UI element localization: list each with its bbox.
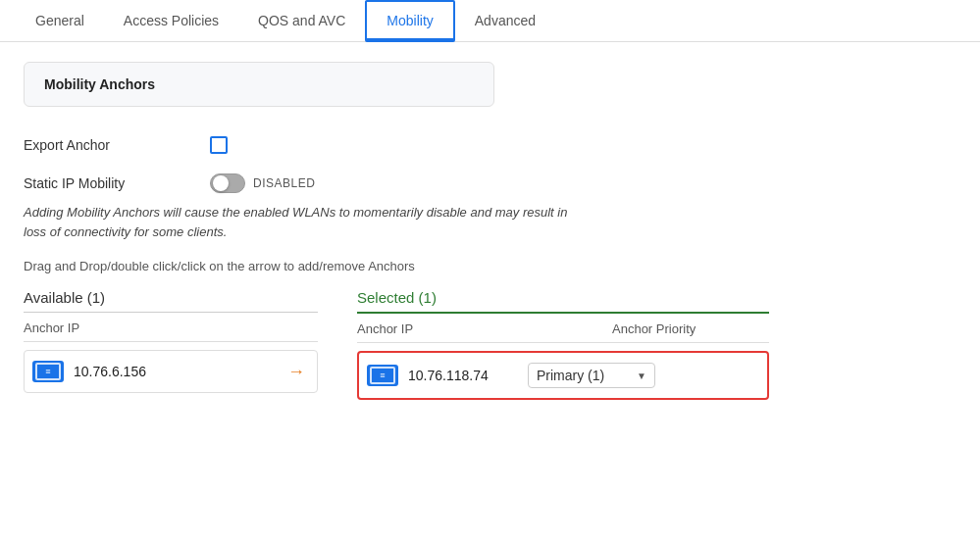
main-content: Mobility Anchors Export Anchor Static IP… [0, 42, 980, 420]
priority-value: Primary (1) [537, 368, 604, 383]
available-subheader: Anchor IP [24, 313, 318, 342]
anchor-columns: Available (1) Anchor IP 10.76.6.156 → Se… [24, 289, 956, 400]
tab-bar: General Access Policies QOS and AVC Mobi… [0, 0, 980, 42]
available-anchor-ip: 10.76.6.156 [74, 364, 284, 379]
available-column: Available (1) Anchor IP 10.76.6.156 → [24, 289, 318, 393]
static-ip-toggle[interactable] [210, 173, 245, 193]
dropdown-arrow-icon: ▼ [637, 370, 646, 381]
export-anchor-row: Export Anchor [24, 126, 956, 164]
static-ip-mobility-label: Static IP Mobility [24, 175, 181, 191]
selected-column: Selected (1) Anchor IP Anchor Priority 1… [357, 289, 769, 400]
selected-header: Selected (1) [357, 289, 769, 314]
tab-general[interactable]: General [16, 0, 104, 42]
hint-text: Drag and Drop/double click/click on the … [24, 259, 956, 273]
tab-qos-avc[interactable]: QOS and AVC [238, 0, 365, 42]
warning-text: Adding Mobility Anchors will cause the e… [24, 203, 573, 241]
selected-subheader: Anchor IP Anchor Priority [357, 314, 769, 343]
selected-row-content: 10.76.118.74 Primary (1) ▼ [408, 363, 655, 388]
static-ip-mobility-row: Static IP Mobility DISABLED [24, 164, 956, 203]
priority-dropdown[interactable]: Primary (1) ▼ [528, 363, 655, 388]
mobility-anchors-section: Mobility Anchors [24, 62, 494, 107]
tab-advanced[interactable]: Advanced [455, 0, 555, 42]
selected-col-priority: Anchor Priority [612, 321, 769, 336]
available-anchor-row[interactable]: 10.76.6.156 → [24, 350, 318, 393]
available-col-ip: Anchor IP [24, 321, 318, 335]
export-anchor-checkbox[interactable] [210, 136, 228, 154]
toggle-knob [213, 175, 229, 191]
add-anchor-arrow[interactable]: → [284, 362, 309, 382]
section-title: Mobility Anchors [44, 76, 474, 92]
anchor-icon-available [32, 361, 64, 382]
anchor-icon-selected [367, 365, 398, 386]
available-header: Available (1) [24, 289, 318, 313]
toggle-state-label: DISABLED [253, 176, 315, 190]
tab-access-policies[interactable]: Access Policies [104, 0, 238, 42]
selected-col-ip: Anchor IP [357, 321, 612, 336]
selected-anchor-row[interactable]: 10.76.118.74 Primary (1) ▼ [357, 351, 769, 400]
static-ip-toggle-container: DISABLED [210, 173, 315, 193]
tab-mobility[interactable]: Mobility [365, 0, 454, 42]
selected-anchor-ip: 10.76.118.74 [408, 368, 516, 383]
export-anchor-label: Export Anchor [24, 137, 181, 153]
